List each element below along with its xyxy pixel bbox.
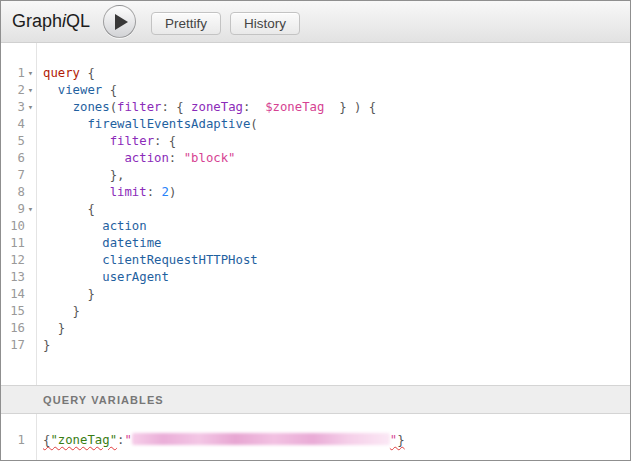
code-token: firewallEventsAdaptive <box>87 117 250 131</box>
code-line: firewallEventsAdaptive( <box>43 116 630 133</box>
line-number: 8 <box>18 184 25 201</box>
gutter-line: 12 <box>1 252 36 269</box>
fold-arrow-icon[interactable]: ▾ <box>25 82 36 99</box>
code-token: query <box>43 66 80 80</box>
code-token: action <box>102 219 146 233</box>
code-token: viewer <box>58 83 102 97</box>
line-number: 14 <box>10 286 25 303</box>
code-token: ( <box>110 100 117 114</box>
app-window: GraphiQL Prettify History 1▾2▾3▾456789▾1… <box>0 0 631 461</box>
gutter-line: 11 <box>1 235 36 252</box>
line-number: 12 <box>10 252 25 269</box>
code-token: userAgent <box>102 270 169 284</box>
code-line: zones(filter: { zoneTag: $zoneTag } ) { <box>43 99 630 116</box>
code-line: } <box>43 286 630 303</box>
code-token: : { <box>154 134 176 148</box>
gutter-line: 3▾ <box>1 99 36 116</box>
line-number: 13 <box>10 269 25 286</box>
fold-arrow-icon[interactable]: ▾ <box>25 201 36 218</box>
code-token: : <box>169 151 184 165</box>
code-line: clientRequestHTTPHost <box>43 252 630 269</box>
variables-editor: 1 {"zoneTag":""} <box>1 414 630 460</box>
line-number: 1 <box>18 432 25 449</box>
code-token: { <box>80 66 95 80</box>
code-token: } <box>43 321 65 335</box>
code-token <box>43 134 110 148</box>
code-token <box>43 253 102 267</box>
gutter-line: 1▾ <box>1 65 36 82</box>
line-number: 4 <box>18 116 25 133</box>
query-editor: 1▾2▾3▾456789▾1011121314151617 query { vi… <box>1 43 630 385</box>
gutter-line: 8 <box>1 184 36 201</box>
code-line: {"zoneTag":""} <box>43 432 630 449</box>
code-token <box>43 236 102 250</box>
code-token: " <box>124 433 131 447</box>
code-line: datetime <box>43 235 630 252</box>
code-token: "block" <box>184 151 236 165</box>
code-token <box>43 83 58 97</box>
code-token: filter <box>117 100 161 114</box>
code-line: } <box>43 303 630 320</box>
code-token: $zoneTag <box>265 100 324 114</box>
code-token: } <box>397 433 404 447</box>
redacted-value <box>132 433 390 445</box>
code-token <box>43 270 102 284</box>
code-token: datetime <box>102 236 161 250</box>
code-token: } ) { <box>324 100 376 114</box>
code-token: } <box>43 304 80 318</box>
gutter-line: 13 <box>1 269 36 286</box>
variables-editor-gutter: 1 <box>1 414 37 460</box>
code-token: }, <box>43 168 124 182</box>
code-token: : <box>147 185 162 199</box>
logo-text-ql: QL <box>66 11 90 31</box>
line-number: 6 <box>18 150 25 167</box>
line-number: 1 <box>18 65 25 82</box>
gutter-line: 2▾ <box>1 82 36 99</box>
code-line: }, <box>43 167 630 184</box>
play-icon <box>115 14 128 30</box>
fold-arrow-icon[interactable]: ▾ <box>25 65 36 82</box>
line-number: 16 <box>10 320 25 337</box>
code-token: action <box>124 151 168 165</box>
code-token: ) <box>169 185 176 199</box>
code-token: } <box>43 287 95 301</box>
gutter-line: 17 <box>1 337 36 354</box>
line-number: 9 <box>18 201 25 218</box>
line-number: 15 <box>10 303 25 320</box>
code-line: viewer { <box>43 82 630 99</box>
code-token <box>43 219 102 233</box>
line-number: 2 <box>18 82 25 99</box>
query-editor-gutter: 1▾2▾3▾456789▾1011121314151617 <box>1 43 37 385</box>
code-token: zoneTag <box>191 100 243 114</box>
code-token: "zoneTag" <box>50 433 117 447</box>
line-number: 5 <box>18 133 25 150</box>
code-line: { <box>43 201 630 218</box>
code-token: : <box>243 100 265 114</box>
line-number: 10 <box>10 218 25 235</box>
gutter-line: 9▾ <box>1 201 36 218</box>
gutter-line: 4 <box>1 116 36 133</box>
code-token: } <box>43 338 50 352</box>
top-bar: GraphiQL Prettify History <box>1 1 630 43</box>
execute-button[interactable] <box>103 5 136 38</box>
gutter-line: 6 <box>1 150 36 167</box>
query-editor-input[interactable]: query { viewer { zones(filter: { zoneTag… <box>37 43 630 385</box>
code-line: } <box>43 320 630 337</box>
code-token <box>43 100 73 114</box>
fold-arrow-icon[interactable]: ▾ <box>25 99 36 116</box>
gutter-line: 7 <box>1 167 36 184</box>
code-line: filter: { <box>43 133 630 150</box>
prettify-button[interactable]: Prettify <box>151 12 221 35</box>
line-number: 17 <box>10 337 25 354</box>
gutter-line: 10 <box>1 218 36 235</box>
code-token: : { <box>161 100 191 114</box>
code-line: action <box>43 218 630 235</box>
code-line: query { <box>43 65 630 82</box>
variables-editor-input[interactable]: {"zoneTag":""} <box>37 414 630 460</box>
code-line: userAgent <box>43 269 630 286</box>
code-token: zones <box>73 100 110 114</box>
variables-title-bar[interactable]: QUERY VARIABLES <box>1 385 630 414</box>
history-button[interactable]: History <box>230 12 300 35</box>
logo-text-graph: Graph <box>12 11 62 31</box>
gutter-line: 15 <box>1 303 36 320</box>
